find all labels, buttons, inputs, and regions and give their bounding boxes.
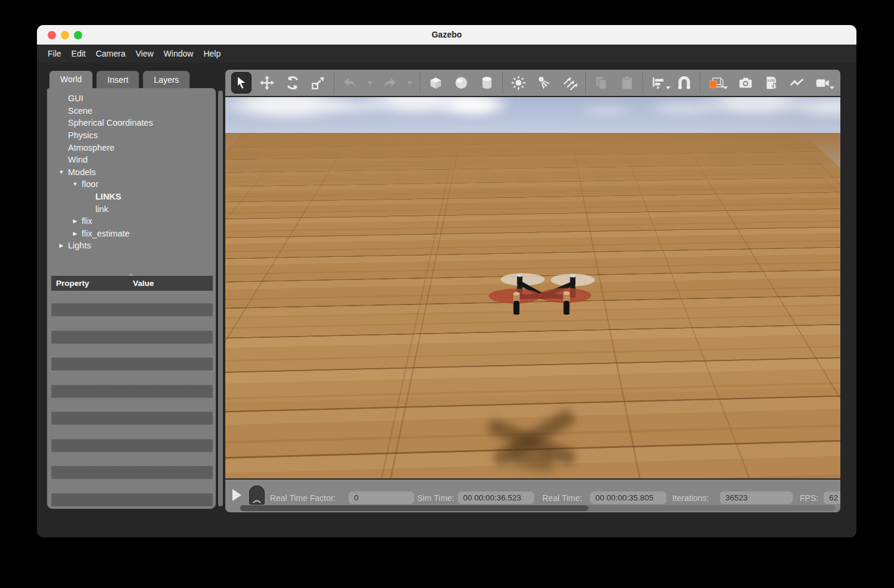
property-row-empty	[51, 385, 213, 398]
toolbar-group	[426, 72, 497, 94]
undo-history-dropdown[interactable]	[365, 72, 374, 94]
tree-item-flix-estimate[interactable]: ▶flix_estimate	[47, 228, 216, 240]
panel-scrollbar[interactable]	[218, 91, 223, 506]
view-cube-icon	[708, 75, 724, 91]
sim-time-label: Sim Time:	[417, 493, 454, 503]
expand-arrow-icon[interactable]: ▶	[69, 218, 82, 224]
align-tool-button[interactable]	[648, 72, 669, 94]
insert-sphere-button[interactable]	[451, 72, 471, 94]
play-button[interactable]	[232, 489, 241, 501]
paste-button[interactable]	[617, 72, 637, 94]
insert-box-button[interactable]	[426, 72, 446, 94]
real-time-label: Real Time:	[542, 493, 582, 503]
menu-edit[interactable]: Edit	[72, 49, 86, 58]
rotate-arrows-icon	[285, 75, 300, 91]
redo-history-dropdown[interactable]	[405, 72, 414, 94]
point-light-button[interactable]	[508, 72, 529, 94]
video-camera-icon	[815, 75, 830, 91]
menu-camera[interactable]: Camera	[96, 49, 126, 58]
real-time-factor-field[interactable]: 0	[349, 491, 414, 504]
tree-item-link[interactable]: link	[47, 203, 216, 215]
gazebo-window: Gazebo FileEditCameraViewWindowHelp Worl…	[37, 25, 856, 537]
menu-view[interactable]: View	[135, 49, 153, 58]
menu-bar: FileEditCameraViewWindowHelp	[37, 45, 856, 63]
tree-item-physics[interactable]: Physics	[47, 129, 216, 142]
window-title: Gazebo	[37, 25, 856, 45]
directional-light-icon	[562, 75, 578, 91]
toolbar-separator	[642, 72, 643, 94]
video-record-button[interactable]	[812, 72, 833, 94]
property-row-empty	[51, 466, 213, 479]
menu-file[interactable]: File	[48, 49, 61, 58]
horizontal-scrollbar[interactable]	[240, 505, 836, 511]
simulation-status-bar: Real Time Factor: 0 Sim Time: 00 00:00:3…	[225, 480, 840, 512]
horizontal-scrollbar-thumb[interactable]	[240, 505, 588, 511]
point-light-icon	[511, 75, 526, 91]
toolbar-separator	[585, 72, 586, 94]
drone-model[interactable]	[478, 266, 607, 326]
tree-item-gui[interactable]: GUI	[47, 92, 216, 105]
view-angle-button[interactable]	[706, 72, 726, 94]
expand-arrow-icon[interactable]: ▶	[69, 231, 82, 237]
main-toolbar: LOG	[225, 70, 840, 96]
snap-tool-button[interactable]	[674, 72, 694, 94]
collapse-arrow-icon[interactable]: ▼	[69, 181, 82, 187]
tab-layers[interactable]: Layers	[142, 70, 190, 88]
viewport-3d[interactable]	[225, 97, 840, 478]
step-button[interactable]	[249, 486, 265, 505]
real-time-field[interactable]: 00 00:00:35.805	[590, 491, 666, 504]
insert-cylinder-button[interactable]	[477, 72, 497, 94]
fps-field[interactable]: 62	[824, 491, 840, 504]
rotate-tool[interactable]	[283, 72, 303, 94]
property-row-empty	[51, 493, 213, 506]
iterations-field[interactable]: 36523	[720, 491, 793, 504]
property-column-header: Property	[51, 279, 133, 288]
tree-item-spherical-coordinates[interactable]: Spherical Coordinates	[47, 117, 216, 129]
fps-label: FPS:	[800, 493, 818, 503]
directional-light-button[interactable]	[560, 72, 580, 94]
menu-help[interactable]: Help	[203, 49, 221, 58]
redo-button[interactable]	[380, 72, 400, 94]
camera-icon	[738, 75, 753, 91]
tree-item-floor[interactable]: ▼floor	[47, 178, 216, 191]
spot-light-button[interactable]	[534, 72, 554, 94]
select-tool[interactable]	[231, 72, 252, 94]
plot-button[interactable]	[787, 72, 807, 94]
menu-window[interactable]: Window	[164, 49, 194, 58]
toolbar-group	[706, 72, 726, 94]
tree-item-links[interactable]: LINKS	[47, 191, 216, 203]
real-time-factor-label: Real Time Factor:	[270, 493, 336, 503]
tree-item-models[interactable]: ▼Models	[47, 166, 216, 179]
toolbar-separator	[334, 72, 334, 94]
scale-tool[interactable]	[308, 72, 328, 94]
plot-line-icon	[789, 75, 805, 91]
undo-button[interactable]	[340, 72, 360, 94]
cursor-arrow-icon	[234, 75, 249, 91]
property-row-empty	[51, 412, 213, 425]
property-row-empty	[51, 331, 213, 344]
collapse-arrow-icon[interactable]: ▼	[55, 169, 68, 175]
title-bar: Gazebo	[37, 25, 856, 45]
tree-item-atmosphere[interactable]: Atmosphere	[47, 141, 216, 154]
magnet-icon	[676, 75, 692, 91]
spot-light-icon	[536, 75, 552, 91]
sim-time-field[interactable]: 00 00:00:36.523	[458, 491, 534, 504]
tab-insert[interactable]: Insert	[96, 70, 139, 88]
tab-world[interactable]: World	[49, 70, 93, 88]
translate-tool[interactable]	[257, 72, 277, 94]
tree-item-wind[interactable]: Wind	[47, 154, 216, 166]
sidebar-tabs: WorldInsertLayers	[49, 70, 190, 88]
cylinder-shape-icon	[479, 75, 495, 91]
tree-item-flix[interactable]: ▶flix	[47, 215, 216, 228]
screenshot-button[interactable]	[735, 72, 756, 94]
caret-down-icon	[830, 86, 834, 92]
caret-down-icon	[367, 80, 373, 86]
copy-button[interactable]	[591, 72, 611, 94]
property-row-empty	[51, 439, 213, 452]
redo-arrow-icon	[382, 75, 398, 91]
log-record-button[interactable]: LOG	[761, 72, 781, 94]
tree-item-lights[interactable]: ▶Lights	[47, 239, 216, 252]
scale-arrows-icon	[311, 75, 326, 91]
expand-arrow-icon[interactable]: ▶	[55, 242, 68, 248]
tree-item-scene[interactable]: Scene	[47, 105, 216, 117]
